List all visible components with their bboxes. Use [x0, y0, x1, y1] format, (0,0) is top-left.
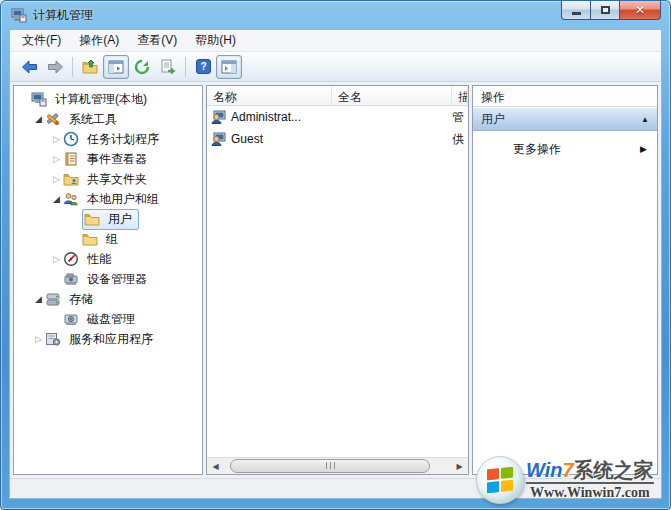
refresh-icon: [134, 59, 150, 75]
tree-item-label: 存储: [66, 290, 96, 309]
expand-arrow-icon[interactable]: ◢: [32, 294, 45, 304]
tree-item-local-users-and-groups[interactable]: ◢ 本地用户和组: [14, 189, 202, 209]
tree-item-label: 共享文件夹: [84, 170, 150, 189]
menu-file[interactable]: 文件(F): [13, 29, 70, 52]
tree-item-shared-folders[interactable]: ▷ 共享文件夹: [14, 169, 202, 189]
user-description: 供: [452, 131, 468, 148]
tree-item-label: 事件查看器: [84, 150, 150, 169]
submenu-arrow-icon: ▶: [640, 144, 647, 154]
computer-management-icon: [31, 91, 47, 107]
export-list-icon: [160, 59, 176, 75]
tree-item-label: 系统工具: [66, 110, 120, 129]
tree-item-label: 用户: [105, 210, 135, 229]
expand-arrow-icon[interactable]: ▷: [32, 334, 45, 344]
computer-management-icon: [11, 7, 27, 23]
column-header-description[interactable]: 描: [452, 86, 468, 105]
toolbar: ?: [10, 52, 661, 82]
menu-view[interactable]: 查看(V): [128, 29, 186, 52]
show-console-tree-button[interactable]: [103, 55, 129, 79]
tree-item-label: 任务计划程序: [84, 130, 162, 149]
list-body: Administrat... 管 Guest 供: [207, 106, 468, 457]
folder-icon: [82, 231, 98, 247]
actions-pane: 操作 用户 ▲ 更多操作 ▶: [472, 85, 658, 475]
collapse-section-icon[interactable]: ▲: [641, 115, 649, 124]
tree-item-services-and-applications[interactable]: ▷ 服务和应用程序: [14, 329, 202, 349]
console-tree-icon: [108, 60, 124, 74]
horizontal-scrollbar[interactable]: ◀ ▶: [207, 457, 468, 474]
column-header-name[interactable]: 名称: [207, 86, 332, 105]
tree-item-users[interactable]: 用户: [14, 209, 202, 229]
scrollbar-thumb[interactable]: [230, 459, 430, 473]
tree-item-performance[interactable]: ▷ 性能: [14, 249, 202, 269]
main-content: 计算机管理(本地) ◢ 系统工具 ▷ 任务计划程序: [10, 82, 661, 478]
expand-arrow-icon[interactable]: ▷: [50, 254, 63, 264]
menu-bar: 文件(F) 操作(A) 查看(V) 帮助(H): [10, 30, 661, 52]
tree-item-label: 组: [103, 230, 121, 249]
services-applications-icon: [45, 331, 61, 347]
column-header-full-name[interactable]: 全名: [332, 86, 452, 105]
maximize-button[interactable]: [591, 1, 619, 20]
tree-item-disk-management[interactable]: 磁盘管理: [14, 309, 202, 329]
tree-item-device-manager[interactable]: 设备管理器: [14, 269, 202, 289]
close-button[interactable]: ✕: [619, 1, 661, 20]
more-actions-label: 更多操作: [513, 141, 561, 158]
tree-item-label: 服务和应用程序: [66, 330, 156, 349]
list-item-guest[interactable]: Guest 供: [207, 128, 468, 150]
shared-folders-icon: [63, 171, 79, 187]
help-icon: ?: [196, 59, 211, 74]
expand-arrow-icon[interactable]: ◢: [50, 194, 63, 204]
expand-arrow-icon[interactable]: ▷: [50, 174, 63, 184]
up-one-level-button[interactable]: [77, 55, 103, 79]
help-button[interactable]: ?: [190, 55, 216, 79]
tree-item-storage[interactable]: ◢ 存储: [14, 289, 202, 309]
svg-text:?: ?: [200, 61, 206, 72]
expand-arrow-icon[interactable]: ▷: [50, 134, 63, 144]
refresh-button[interactable]: [129, 55, 155, 79]
tree-item-label: 设备管理器: [84, 270, 150, 289]
toolbar-separator: [185, 57, 186, 77]
actions-pane-title: 操作: [473, 86, 657, 107]
menu-action[interactable]: 操作(A): [70, 29, 128, 52]
close-icon: ✕: [635, 3, 645, 17]
tree-item-groups[interactable]: 组: [14, 229, 202, 249]
expand-arrow-icon[interactable]: ◢: [32, 114, 45, 124]
action-pane-icon: [221, 60, 237, 74]
user-account-icon: [211, 131, 227, 147]
local-users-groups-icon: [63, 191, 79, 207]
watermark-url: Www.Winwin7.com: [526, 485, 654, 501]
user-list-pane: 名称 全名 描 Administrat... 管: [206, 85, 469, 475]
scroll-right-arrow[interactable]: ▶: [451, 458, 468, 475]
expand-arrow-icon[interactable]: ▷: [50, 154, 63, 164]
scroll-left-arrow[interactable]: ◀: [207, 458, 224, 475]
menu-help[interactable]: 帮助(H): [186, 29, 245, 52]
tree-item-label: 磁盘管理: [84, 310, 138, 329]
actions-section-users[interactable]: 用户 ▲: [473, 107, 657, 131]
tree-item-label: 本地用户和组: [84, 190, 162, 209]
tree-item-event-viewer[interactable]: ▷ 事件查看器: [14, 149, 202, 169]
storage-icon: [45, 291, 61, 307]
forward-button[interactable]: [42, 55, 68, 79]
minimize-button[interactable]: [561, 1, 591, 20]
more-actions-item[interactable]: 更多操作 ▶: [473, 137, 657, 161]
task-scheduler-icon: [63, 131, 79, 147]
tree-item-label: 计算机管理(本地): [52, 90, 150, 109]
user-name: Guest: [231, 132, 263, 146]
tree-item-task-scheduler[interactable]: ▷ 任务计划程序: [14, 129, 202, 149]
event-viewer-icon: [63, 151, 79, 167]
list-item-administrator[interactable]: Administrat... 管: [207, 106, 468, 128]
computer-management-window: 计算机管理 ✕ 文件(F) 操作(A) 查看(V) 帮助(H): [0, 0, 671, 510]
back-button[interactable]: [16, 55, 42, 79]
user-account-icon: [211, 109, 227, 125]
windows-flag-logo-icon: [476, 456, 524, 504]
show-action-pane-button[interactable]: [216, 55, 242, 79]
device-manager-icon: [63, 271, 79, 287]
scrollbar-track[interactable]: [224, 458, 451, 475]
performance-icon: [63, 251, 79, 267]
title-bar[interactable]: 计算机管理 ✕: [1, 1, 670, 29]
export-list-button[interactable]: [155, 55, 181, 79]
minimize-icon: [572, 12, 581, 15]
system-tools-icon: [45, 111, 61, 127]
tree-item-computer-management[interactable]: 计算机管理(本地): [14, 89, 202, 109]
toolbar-separator: [72, 57, 73, 77]
tree-item-system-tools[interactable]: ◢ 系统工具: [14, 109, 202, 129]
